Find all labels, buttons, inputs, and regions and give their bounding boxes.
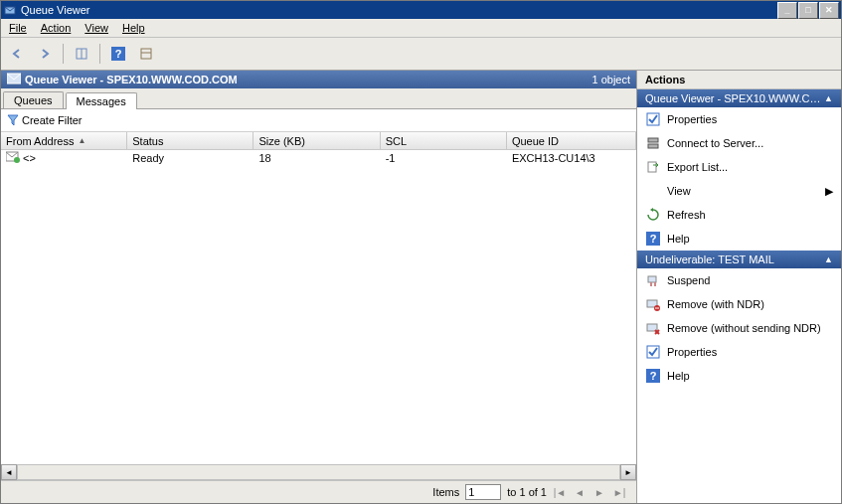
svg-rect-17 [650,282,652,286]
create-filter-link[interactable]: Create Filter [7,114,83,126]
pager-of: to 1 of 1 [507,486,547,498]
chevron-right-icon: ▶ [825,185,833,198]
hscroll: ◄ ► [1,464,636,480]
message-icon [6,151,20,165]
tabs-row: Queues Messages [1,88,636,109]
back-button[interactable] [5,42,29,66]
col-size[interactable]: Size (KB) [253,132,380,149]
collapse-icon: ▲ [824,93,833,103]
pager: Items to 1 of 1 |◄ ◄ ► ►| [1,480,636,503]
action-refresh[interactable]: Refresh [637,203,841,227]
minimize-button[interactable]: _ [777,2,797,19]
cell-status: Ready [127,151,253,165]
filter-icon [7,114,19,126]
svg-rect-13 [648,162,656,172]
titlebar-text: Queue Viewer [21,4,90,16]
table-row[interactable]: <> Ready 18 -1 EXCH13-CU14\3 [1,150,636,166]
action-view[interactable]: View▶ [637,179,841,203]
actions-title: Actions [637,71,841,89]
app-icon [3,3,17,17]
cell-from: <> [23,152,36,164]
toolbar-separator [63,44,64,64]
menu-file[interactable]: File [3,20,33,36]
pager-last-button[interactable]: ►| [612,485,626,499]
help-button[interactable]: ? [106,42,130,66]
actions-group1-header[interactable]: Queue Viewer - SPEX10.WWW.COD.COM ▲ [637,89,841,107]
header-title: Queue Viewer - SPEX10.WWW.COD.COM [25,74,238,85]
body: Queue Viewer - SPEX10.WWW.COD.COM 1 obje… [1,71,841,503]
remove-ndr-icon [645,296,661,312]
show-hide-button[interactable] [70,42,93,66]
refresh-icon [645,207,661,223]
tab-queues[interactable]: Queues [3,91,64,108]
object-count: 1 object [591,74,630,85]
cell-size: 18 [253,151,380,165]
menu-action[interactable]: Action [35,20,78,36]
action-suspend[interactable]: Suspend [637,268,841,292]
action-remove[interactable]: Remove (without sending NDR) [637,316,841,340]
properties-button[interactable] [134,42,158,66]
collapse-icon: ▲ [824,254,833,264]
tab-messages[interactable]: Messages [66,92,137,109]
svg-text:?: ? [650,233,657,245]
app-window: Queue Viewer _ □ ✕ File Action View Help… [0,0,842,504]
action-connect-server[interactable]: Connect to Server... [637,131,841,155]
check-icon [645,344,661,360]
sort-indicator-icon: ▲ [78,136,85,145]
menu-view[interactable]: View [79,20,114,36]
actions-pane: Actions Queue Viewer - SPEX10.WWW.COD.CO… [637,71,841,503]
pager-first-button[interactable]: |◄ [553,485,567,499]
col-queue-id[interactable]: Queue ID [507,132,636,149]
grid: From Address▲ Status Size (KB) SCL Queue… [1,132,636,480]
pager-next-button[interactable]: ► [592,485,606,499]
cell-queue: EXCH13-CU14\3 [507,151,636,165]
svg-text:?: ? [115,48,122,60]
action-help[interactable]: ?Help [637,227,841,251]
svg-point-9 [14,157,20,163]
action-properties-2[interactable]: Properties [637,340,841,364]
svg-rect-18 [654,282,656,286]
toolbar: ? [1,38,841,71]
blank-icon [645,183,661,199]
col-status[interactable]: Status [127,132,253,149]
action-properties[interactable]: Properties [637,107,841,131]
export-icon [645,159,661,175]
create-filter-label: Create Filter [22,114,83,126]
scroll-left-button[interactable]: ◄ [1,464,17,480]
svg-rect-12 [648,144,658,148]
help-icon: ? [645,368,661,384]
pager-prev-button[interactable]: ◄ [573,485,587,499]
page-input[interactable] [465,484,501,500]
help-icon: ? [645,231,661,247]
filter-bar: Create Filter [1,109,636,132]
scroll-right-button[interactable]: ► [620,464,636,480]
col-scl[interactable]: SCL [381,132,507,149]
menubar: File Action View Help [1,19,841,38]
col-from-address[interactable]: From Address▲ [1,132,127,149]
pager-label: Items [432,486,459,498]
forward-button[interactable] [33,42,57,66]
envelope-icon [7,73,21,86]
grid-header: From Address▲ Status Size (KB) SCL Queue… [1,132,636,150]
action-help-2[interactable]: ?Help [637,364,841,388]
svg-rect-16 [648,276,656,282]
svg-rect-5 [141,49,151,59]
pause-icon [645,272,661,288]
server-icon [645,135,661,151]
content-header: Queue Viewer - SPEX10.WWW.COD.COM 1 obje… [1,71,636,88]
action-export-list[interactable]: Export List... [637,155,841,179]
action-remove-ndr[interactable]: Remove (with NDR) [637,292,841,316]
actions-group2-header[interactable]: Undeliverable: TEST MAIL ▲ [637,251,841,268]
cell-scl: -1 [381,151,507,165]
menu-help[interactable]: Help [116,20,151,36]
scroll-track[interactable] [17,464,620,480]
grid-body[interactable]: <> Ready 18 -1 EXCH13-CU14\3 [1,150,636,464]
maximize-button[interactable]: □ [798,2,818,19]
remove-icon [645,320,661,336]
window-controls: _ □ ✕ [777,2,839,19]
main-pane: Queue Viewer - SPEX10.WWW.COD.COM 1 obje… [1,71,637,503]
svg-text:?: ? [650,370,657,382]
svg-rect-11 [648,138,658,142]
titlebar: Queue Viewer _ □ ✕ [1,1,841,19]
close-button[interactable]: ✕ [819,2,839,19]
